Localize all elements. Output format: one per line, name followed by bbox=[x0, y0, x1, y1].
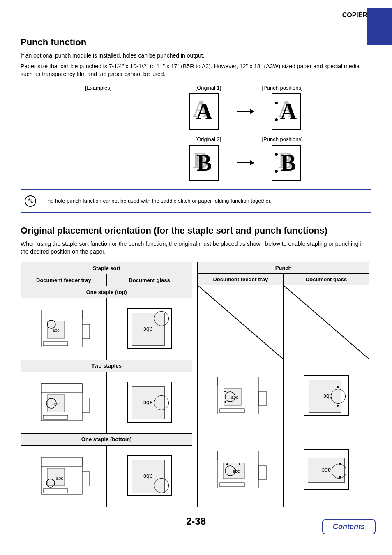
staple-title: Staple sort bbox=[21, 262, 192, 274]
svg-line-21 bbox=[198, 285, 283, 359]
original2-label: [Original 2] bbox=[184, 136, 233, 142]
svg-rect-39 bbox=[259, 465, 266, 480]
svg-line-22 bbox=[284, 285, 369, 359]
original2-box: BB bbox=[189, 145, 219, 181]
row-one-staple-bottom: One staple (bottom) bbox=[21, 433, 192, 445]
note-text: The hole punch function cannot be used w… bbox=[44, 198, 272, 204]
staple-top-feeder: abc bbox=[21, 298, 107, 360]
row-one-staple-top: One staple (top) bbox=[21, 286, 192, 298]
pencil-note-icon: ✎ bbox=[25, 195, 36, 207]
svg-rect-31 bbox=[220, 409, 244, 413]
punch-row3-glass: abc bbox=[284, 433, 369, 507]
punch-intro-2: Paper size that can be punched is 7-1/4"… bbox=[21, 62, 371, 79]
staple-bottom-glass: abc bbox=[106, 445, 192, 507]
svg-point-37 bbox=[239, 463, 240, 465]
machine-icon: abc bbox=[212, 371, 269, 420]
svg-rect-1 bbox=[41, 310, 82, 319]
svg-rect-20 bbox=[43, 489, 68, 493]
staple-col1: Document feeder tray bbox=[21, 274, 107, 286]
staple-top-glass: abc bbox=[106, 298, 192, 360]
svg-rect-5 bbox=[82, 324, 90, 339]
punch-title: Punch bbox=[198, 262, 369, 273]
punch-function-heading: Punch function bbox=[21, 37, 371, 48]
svg-text:abc: abc bbox=[56, 476, 63, 481]
arrow-icon bbox=[237, 111, 254, 112]
punch-intro-1: If an optional punch module is installed… bbox=[21, 52, 371, 60]
arrow-icon bbox=[237, 162, 254, 163]
glass-icon: abc bbox=[304, 375, 349, 416]
svg-rect-12 bbox=[82, 398, 90, 412]
svg-rect-6 bbox=[43, 342, 68, 346]
original1-label: [Original 1] bbox=[184, 85, 233, 91]
glass-icon: abc bbox=[127, 455, 172, 496]
machine-icon: abc bbox=[35, 451, 92, 500]
page-number: 2-38 bbox=[21, 516, 371, 527]
punch-row2-glass: abc bbox=[284, 359, 369, 433]
punched1-box: AA bbox=[272, 93, 301, 130]
svg-point-27 bbox=[224, 391, 226, 392]
staple-col2: Document glass bbox=[106, 274, 192, 286]
punched2-box: BB bbox=[272, 145, 301, 181]
punch-row1-glass bbox=[284, 285, 369, 359]
header-bar: COPIER bbox=[21, 8, 371, 25]
svg-point-36 bbox=[226, 463, 228, 465]
punch-table: Punch Document feeder tray Document glas… bbox=[197, 262, 369, 507]
examples-label: [Examples] bbox=[85, 85, 143, 91]
svg-rect-33 bbox=[218, 451, 259, 460]
punch-col2: Document glass bbox=[284, 273, 369, 285]
machine-icon: abc bbox=[212, 445, 269, 494]
punch-positions-label-1: [Punch positions] bbox=[258, 85, 307, 91]
svg-rect-30 bbox=[259, 391, 266, 406]
svg-rect-15 bbox=[41, 457, 82, 466]
machine-icon: abc bbox=[35, 304, 92, 353]
glass-icon: abc bbox=[304, 449, 349, 490]
glass-icon: abc bbox=[127, 308, 172, 349]
glass-icon: abc bbox=[127, 382, 172, 423]
svg-text:abc: abc bbox=[52, 328, 60, 333]
svg-rect-8 bbox=[41, 384, 82, 393]
svg-rect-40 bbox=[220, 483, 244, 487]
staple-two-glass: abc bbox=[106, 372, 192, 433]
svg-rect-13 bbox=[43, 415, 68, 419]
punch-col1: Document feeder tray bbox=[198, 273, 284, 285]
contents-button[interactable]: Contents bbox=[322, 519, 376, 534]
svg-point-28 bbox=[224, 401, 226, 403]
original1-box: AA bbox=[189, 93, 219, 130]
punch-row1-feeder bbox=[198, 285, 284, 359]
staple-sort-table: Staple sort Document feeder tray Documen… bbox=[21, 262, 192, 507]
svg-rect-24 bbox=[218, 377, 259, 386]
header-rule bbox=[21, 21, 371, 21]
punch-row3-feeder: abc bbox=[198, 433, 284, 507]
punch-positions-label-2: [Punch positions] bbox=[258, 136, 307, 142]
section-tab bbox=[367, 8, 392, 45]
note-block: ✎ The hole punch function cannot be used… bbox=[21, 189, 371, 213]
examples-block: [Examples] [Original 1] [Punch positions… bbox=[21, 85, 371, 181]
svg-rect-19 bbox=[82, 472, 90, 486]
row-two-staples: Two staples bbox=[21, 360, 192, 372]
machine-icon: abc bbox=[35, 377, 92, 427]
staple-bottom-feeder: abc bbox=[21, 445, 107, 507]
svg-text:abc: abc bbox=[233, 469, 240, 474]
orientation-heading: Original placement orientation (for the … bbox=[21, 225, 371, 236]
punch-row2-feeder: abc bbox=[198, 359, 284, 433]
section-label: COPIER bbox=[342, 12, 367, 19]
orientation-intro: When using the staple sort function or t… bbox=[21, 240, 371, 256]
staple-two-feeder: abc bbox=[21, 372, 107, 433]
